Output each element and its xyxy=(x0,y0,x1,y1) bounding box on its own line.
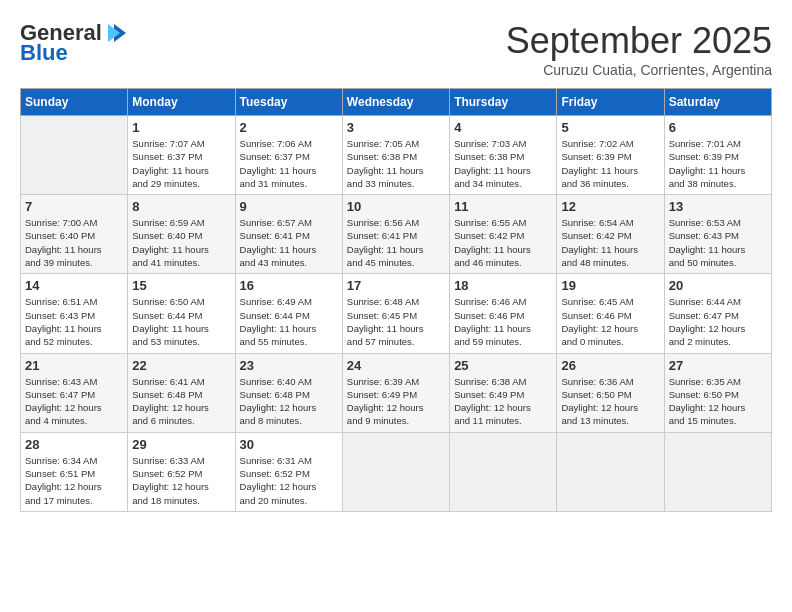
calendar-cell: 8Sunrise: 6:59 AM Sunset: 6:40 PM Daylig… xyxy=(128,195,235,274)
day-number: 12 xyxy=(561,199,659,214)
calendar-cell xyxy=(342,432,449,511)
day-info: Sunrise: 6:36 AM Sunset: 6:50 PM Dayligh… xyxy=(561,375,659,428)
calendar-cell: 24Sunrise: 6:39 AM Sunset: 6:49 PM Dayli… xyxy=(342,353,449,432)
day-info: Sunrise: 7:05 AM Sunset: 6:38 PM Dayligh… xyxy=(347,137,445,190)
day-header-wednesday: Wednesday xyxy=(342,89,449,116)
calendar-cell: 26Sunrise: 6:36 AM Sunset: 6:50 PM Dayli… xyxy=(557,353,664,432)
day-info: Sunrise: 6:48 AM Sunset: 6:45 PM Dayligh… xyxy=(347,295,445,348)
day-info: Sunrise: 6:33 AM Sunset: 6:52 PM Dayligh… xyxy=(132,454,230,507)
day-info: Sunrise: 6:57 AM Sunset: 6:41 PM Dayligh… xyxy=(240,216,338,269)
title-block: September 2025 Curuzu Cuatia, Corrientes… xyxy=(506,20,772,78)
day-number: 17 xyxy=(347,278,445,293)
calendar-cell: 25Sunrise: 6:38 AM Sunset: 6:49 PM Dayli… xyxy=(450,353,557,432)
day-info: Sunrise: 6:39 AM Sunset: 6:49 PM Dayligh… xyxy=(347,375,445,428)
day-header-thursday: Thursday xyxy=(450,89,557,116)
day-number: 9 xyxy=(240,199,338,214)
day-number: 10 xyxy=(347,199,445,214)
calendar-cell: 1Sunrise: 7:07 AM Sunset: 6:37 PM Daylig… xyxy=(128,116,235,195)
calendar-cell: 20Sunrise: 6:44 AM Sunset: 6:47 PM Dayli… xyxy=(664,274,771,353)
calendar-cell: 6Sunrise: 7:01 AM Sunset: 6:39 PM Daylig… xyxy=(664,116,771,195)
day-info: Sunrise: 7:00 AM Sunset: 6:40 PM Dayligh… xyxy=(25,216,123,269)
day-number: 4 xyxy=(454,120,552,135)
calendar-cell: 13Sunrise: 6:53 AM Sunset: 6:43 PM Dayli… xyxy=(664,195,771,274)
calendar-cell: 16Sunrise: 6:49 AM Sunset: 6:44 PM Dayli… xyxy=(235,274,342,353)
calendar-cell: 23Sunrise: 6:40 AM Sunset: 6:48 PM Dayli… xyxy=(235,353,342,432)
day-info: Sunrise: 6:59 AM Sunset: 6:40 PM Dayligh… xyxy=(132,216,230,269)
day-header-tuesday: Tuesday xyxy=(235,89,342,116)
day-info: Sunrise: 6:34 AM Sunset: 6:51 PM Dayligh… xyxy=(25,454,123,507)
calendar-cell: 29Sunrise: 6:33 AM Sunset: 6:52 PM Dayli… xyxy=(128,432,235,511)
calendar-table: SundayMondayTuesdayWednesdayThursdayFrid… xyxy=(20,88,772,512)
day-number: 6 xyxy=(669,120,767,135)
day-info: Sunrise: 6:55 AM Sunset: 6:42 PM Dayligh… xyxy=(454,216,552,269)
day-info: Sunrise: 6:49 AM Sunset: 6:44 PM Dayligh… xyxy=(240,295,338,348)
day-number: 7 xyxy=(25,199,123,214)
day-number: 14 xyxy=(25,278,123,293)
day-info: Sunrise: 6:38 AM Sunset: 6:49 PM Dayligh… xyxy=(454,375,552,428)
day-number: 27 xyxy=(669,358,767,373)
day-header-monday: Monday xyxy=(128,89,235,116)
day-number: 28 xyxy=(25,437,123,452)
day-number: 23 xyxy=(240,358,338,373)
day-header-sunday: Sunday xyxy=(21,89,128,116)
day-header-friday: Friday xyxy=(557,89,664,116)
logo-icon xyxy=(106,22,128,44)
logo-blue-text: Blue xyxy=(20,40,68,66)
location: Curuzu Cuatia, Corrientes, Argentina xyxy=(506,62,772,78)
calendar-cell: 14Sunrise: 6:51 AM Sunset: 6:43 PM Dayli… xyxy=(21,274,128,353)
day-info: Sunrise: 6:50 AM Sunset: 6:44 PM Dayligh… xyxy=(132,295,230,348)
day-info: Sunrise: 7:01 AM Sunset: 6:39 PM Dayligh… xyxy=(669,137,767,190)
day-header-saturday: Saturday xyxy=(664,89,771,116)
calendar-cell: 5Sunrise: 7:02 AM Sunset: 6:39 PM Daylig… xyxy=(557,116,664,195)
day-number: 8 xyxy=(132,199,230,214)
day-number: 20 xyxy=(669,278,767,293)
calendar-cell: 17Sunrise: 6:48 AM Sunset: 6:45 PM Dayli… xyxy=(342,274,449,353)
day-number: 3 xyxy=(347,120,445,135)
calendar-cell: 4Sunrise: 7:03 AM Sunset: 6:38 PM Daylig… xyxy=(450,116,557,195)
day-number: 13 xyxy=(669,199,767,214)
calendar-cell: 30Sunrise: 6:31 AM Sunset: 6:52 PM Dayli… xyxy=(235,432,342,511)
day-info: Sunrise: 6:54 AM Sunset: 6:42 PM Dayligh… xyxy=(561,216,659,269)
calendar-cell xyxy=(21,116,128,195)
day-info: Sunrise: 7:02 AM Sunset: 6:39 PM Dayligh… xyxy=(561,137,659,190)
day-number: 30 xyxy=(240,437,338,452)
day-number: 5 xyxy=(561,120,659,135)
month-year: September 2025 xyxy=(506,20,772,62)
day-info: Sunrise: 6:31 AM Sunset: 6:52 PM Dayligh… xyxy=(240,454,338,507)
day-number: 29 xyxy=(132,437,230,452)
calendar-cell xyxy=(450,432,557,511)
calendar-cell: 10Sunrise: 6:56 AM Sunset: 6:41 PM Dayli… xyxy=(342,195,449,274)
calendar-cell xyxy=(557,432,664,511)
calendar-cell: 28Sunrise: 6:34 AM Sunset: 6:51 PM Dayli… xyxy=(21,432,128,511)
day-number: 1 xyxy=(132,120,230,135)
day-info: Sunrise: 6:51 AM Sunset: 6:43 PM Dayligh… xyxy=(25,295,123,348)
calendar-cell: 19Sunrise: 6:45 AM Sunset: 6:46 PM Dayli… xyxy=(557,274,664,353)
calendar-cell: 15Sunrise: 6:50 AM Sunset: 6:44 PM Dayli… xyxy=(128,274,235,353)
calendar-cell xyxy=(664,432,771,511)
day-number: 2 xyxy=(240,120,338,135)
logo: General Blue xyxy=(20,20,128,66)
day-number: 18 xyxy=(454,278,552,293)
day-info: Sunrise: 6:44 AM Sunset: 6:47 PM Dayligh… xyxy=(669,295,767,348)
day-number: 11 xyxy=(454,199,552,214)
day-info: Sunrise: 6:56 AM Sunset: 6:41 PM Dayligh… xyxy=(347,216,445,269)
calendar-cell: 27Sunrise: 6:35 AM Sunset: 6:50 PM Dayli… xyxy=(664,353,771,432)
day-number: 22 xyxy=(132,358,230,373)
calendar-cell: 9Sunrise: 6:57 AM Sunset: 6:41 PM Daylig… xyxy=(235,195,342,274)
day-info: Sunrise: 6:53 AM Sunset: 6:43 PM Dayligh… xyxy=(669,216,767,269)
day-number: 21 xyxy=(25,358,123,373)
calendar-cell: 21Sunrise: 6:43 AM Sunset: 6:47 PM Dayli… xyxy=(21,353,128,432)
calendar-cell: 7Sunrise: 7:00 AM Sunset: 6:40 PM Daylig… xyxy=(21,195,128,274)
day-info: Sunrise: 7:07 AM Sunset: 6:37 PM Dayligh… xyxy=(132,137,230,190)
calendar-cell: 11Sunrise: 6:55 AM Sunset: 6:42 PM Dayli… xyxy=(450,195,557,274)
day-number: 24 xyxy=(347,358,445,373)
calendar-cell: 3Sunrise: 7:05 AM Sunset: 6:38 PM Daylig… xyxy=(342,116,449,195)
calendar-cell: 12Sunrise: 6:54 AM Sunset: 6:42 PM Dayli… xyxy=(557,195,664,274)
calendar-cell: 2Sunrise: 7:06 AM Sunset: 6:37 PM Daylig… xyxy=(235,116,342,195)
day-info: Sunrise: 6:45 AM Sunset: 6:46 PM Dayligh… xyxy=(561,295,659,348)
day-info: Sunrise: 7:06 AM Sunset: 6:37 PM Dayligh… xyxy=(240,137,338,190)
calendar-cell: 18Sunrise: 6:46 AM Sunset: 6:46 PM Dayli… xyxy=(450,274,557,353)
day-number: 16 xyxy=(240,278,338,293)
day-info: Sunrise: 6:46 AM Sunset: 6:46 PM Dayligh… xyxy=(454,295,552,348)
day-number: 25 xyxy=(454,358,552,373)
